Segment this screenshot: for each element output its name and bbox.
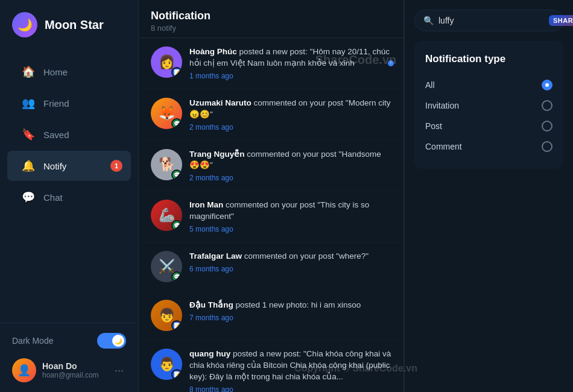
sidebar-item-notify[interactable]: 🔔 Notify 1 <box>7 151 131 181</box>
dark-mode-label: Dark Mode <box>12 336 53 346</box>
notif-body: quang huy posted a new post: "Chia khóa … <box>189 349 391 392</box>
unread-dot <box>388 60 394 66</box>
sidebar: 🌙 Moon Star 🏠 Home 👥 Friend 🔖 Saved 🔔 No… <box>0 0 139 392</box>
panel-title: Notification <box>151 10 391 22</box>
notify-badge: 1 <box>110 160 122 172</box>
panel-header: Notification 8 notify <box>139 0 404 38</box>
type-label-post: Post <box>425 121 442 131</box>
notification-item[interactable]: 👩 📝 Hoàng Phúc posted a new post: "Hôm n… <box>139 38 404 89</box>
notif-text: Iron Man commented on your post "This ci… <box>189 200 391 223</box>
toggle-knob: 🌙 <box>112 335 124 347</box>
sidebar-item-chat[interactable]: 💬 Chat <box>7 182 131 212</box>
avatar: 👩 📝 <box>151 46 182 78</box>
comment-type-icon: 💬 <box>171 220 182 231</box>
notif-time: 2 months ago <box>189 123 391 131</box>
notif-username: Trafalgar Law <box>189 251 242 261</box>
home-icon: 🏠 <box>22 65 35 78</box>
avatar: 🐕 💬 <box>151 149 182 180</box>
avatar: 🦊 💬 <box>151 98 182 129</box>
notification-item[interactable]: ⚔️ 💬 Trafalgar Law commented on your pos… <box>139 242 404 291</box>
radio-invitation[interactable] <box>542 100 552 111</box>
sidebar-nav: 🏠 Home 👥 Friend 🔖 Saved 🔔 Notify 1 💬 Cha… <box>0 49 138 323</box>
notifications-panel: Notification 8 notify 👩 📝 Hoàng Phúc pos… <box>139 0 404 392</box>
notif-body: Uzumaki Naruto commented on your post "M… <box>189 98 391 131</box>
post-type-icon: 📝 <box>171 369 182 380</box>
notif-time: 1 months ago <box>189 72 391 80</box>
sidebar-item-home[interactable]: 🏠 Home <box>7 57 131 87</box>
type-label-all: All <box>425 80 435 90</box>
comment-type-icon: 💬 <box>171 118 182 129</box>
notification-item[interactable]: 👦 📝 Đậu Thắng posted 1 new photo: hi i a… <box>139 291 404 340</box>
avatar: 👨 📝 <box>151 349 182 380</box>
notification-item[interactable]: 🐕 💬 Trang Nguyễn commented on your post … <box>139 141 404 192</box>
sharecode-badge: SHARECODE.VN <box>549 15 573 26</box>
main-wrapper: Notification 8 notify 👩 📝 Hoàng Phúc pos… <box>139 0 573 392</box>
panel-subtitle: 8 notify <box>151 24 391 33</box>
notify-icon: 🔔 <box>22 159 35 172</box>
friend-icon: 👥 <box>22 96 35 110</box>
dark-mode-row: Dark Mode 🌙 <box>12 333 126 349</box>
notif-text: quang huy posted a new post: "Chia khóa … <box>189 349 391 383</box>
type-option-comment[interactable]: Comment <box>425 136 552 157</box>
user-more-button[interactable]: ··· <box>112 362 126 379</box>
notif-username: Iron Man <box>189 200 223 209</box>
sidebar-item-home-label: Home <box>43 67 68 77</box>
notif-text: Trafalgar Law commented on your post "wh… <box>189 251 391 262</box>
notif-time: 5 months ago <box>189 225 391 233</box>
sidebar-item-friend[interactable]: 👥 Friend <box>7 88 131 118</box>
notif-username: Đậu Thắng <box>189 300 233 309</box>
dark-mode-toggle[interactable]: 🌙 <box>97 333 126 349</box>
user-name: Hoan Do <box>42 361 106 371</box>
comment-type-icon: 💬 <box>171 271 182 282</box>
notif-text: Uzumaki Naruto commented on your post "M… <box>189 98 391 121</box>
comment-type-icon: 💬 <box>171 169 182 180</box>
sidebar-item-friend-label: Friend <box>43 98 69 109</box>
avatar: 🦾 💬 <box>151 200 182 231</box>
search-input[interactable] <box>438 16 544 25</box>
notification-item[interactable]: 👨 📝 quang huy posted a new post: "Chia k… <box>139 340 404 392</box>
notification-item[interactable]: 🦾 💬 Iron Man commented on your post "Thi… <box>139 191 404 242</box>
radio-inner <box>545 83 549 87</box>
type-option-all[interactable]: All <box>425 75 552 95</box>
search-bar[interactable]: 🔍 SHARECODE.VN <box>414 10 563 31</box>
notif-body: Iron Man commented on your post "This ci… <box>189 200 391 233</box>
notif-username: quang huy <box>189 349 230 358</box>
sidebar-bottom: Dark Mode 🌙 👤 Hoan Do hoan@gmail.com ··· <box>0 323 138 392</box>
user-profile[interactable]: 👤 Hoan Do hoan@gmail.com ··· <box>12 358 126 382</box>
notif-body: Trafalgar Law commented on your post "wh… <box>189 251 391 273</box>
post-type-icon: 📝 <box>171 320 182 331</box>
post-type-icon: 📝 <box>171 67 182 78</box>
notif-time: 6 months ago <box>189 265 391 273</box>
notif-body: Đậu Thắng posted 1 new photo: hi i am xi… <box>189 300 391 322</box>
type-option-invitation[interactable]: Invitation <box>425 95 552 116</box>
user-info: Hoan Do hoan@gmail.com <box>42 361 106 379</box>
type-label-invitation: Invitation <box>425 101 459 110</box>
notification-item[interactable]: 🦊 💬 Uzumaki Naruto commented on your pos… <box>139 89 404 141</box>
avatar: ⚔️ 💬 <box>151 251 182 282</box>
notif-text: Trang Nguyễn commented on your post "Han… <box>189 149 391 172</box>
notification-type-card: Notification type All Invitation Post Co… <box>414 41 563 169</box>
saved-icon: 🔖 <box>22 128 35 141</box>
radio-all[interactable] <box>542 80 552 90</box>
sidebar-item-chat-label: Chat <box>43 192 63 203</box>
sidebar-item-notify-label: Notify <box>43 161 66 171</box>
notif-username: Trang Nguyễn <box>189 150 245 159</box>
user-email: hoan@gmail.com <box>42 371 106 379</box>
radio-post[interactable] <box>542 121 552 131</box>
radio-comment[interactable] <box>542 141 552 152</box>
notif-time: 8 months ago <box>189 385 391 392</box>
notif-username: Hoàng Phúc <box>189 47 237 56</box>
notif-text: Hoàng Phúc posted a new post: "Hôm nay 2… <box>189 46 391 69</box>
right-panel: 🔍 SHARECODE.VN Notification type All Inv… <box>404 0 573 392</box>
notif-time: 7 months ago <box>189 314 391 322</box>
type-label-comment: Comment <box>425 142 462 151</box>
search-icon: 🔍 <box>423 16 434 25</box>
notification-type-title: Notification type <box>425 53 552 65</box>
type-option-post[interactable]: Post <box>425 116 552 136</box>
avatar: 👤 <box>12 358 36 382</box>
notif-text: Đậu Thắng posted 1 new photo: hi i am xi… <box>189 300 391 311</box>
chat-icon: 💬 <box>22 191 35 204</box>
notif-body: Hoàng Phúc posted a new post: "Hôm nay 2… <box>189 46 391 80</box>
sidebar-item-saved[interactable]: 🔖 Saved <box>7 119 131 150</box>
logo-icon: 🌙 <box>12 12 37 37</box>
